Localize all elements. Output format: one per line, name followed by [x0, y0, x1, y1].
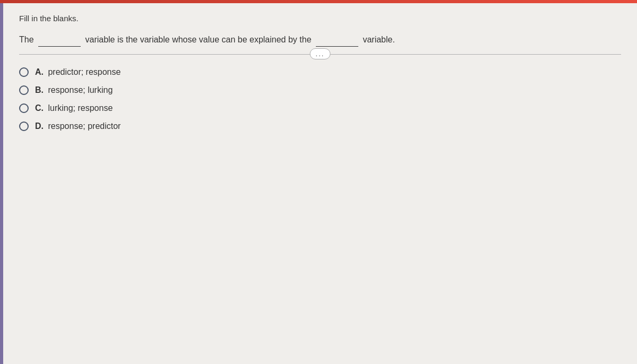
option-a[interactable]: A. predictor; response	[19, 67, 621, 77]
options-list: A. predictor; response B. response; lurk…	[19, 67, 621, 131]
option-c-letter: C.	[35, 103, 44, 112]
question-part1: The	[19, 35, 34, 44]
option-d-text: response; predictor	[48, 122, 120, 131]
question-part2: variable is the variable whose value can…	[85, 35, 311, 44]
option-c[interactable]: C. lurking; response	[19, 103, 621, 113]
option-d[interactable]: D. response; predictor	[19, 122, 621, 131]
more-button[interactable]: ...	[310, 48, 331, 59]
option-a-letter: A.	[35, 67, 44, 76]
radio-c[interactable]	[19, 103, 29, 113]
divider: ...	[19, 54, 621, 55]
option-b-label: B. response; lurking	[35, 85, 113, 95]
option-a-text: predictor; response	[48, 67, 120, 76]
option-b-text: response; lurking	[48, 85, 113, 94]
option-b-letter: B.	[35, 85, 44, 94]
option-c-text: lurking; response	[48, 103, 113, 112]
option-b[interactable]: B. response; lurking	[19, 85, 621, 95]
option-c-label: C. lurking; response	[35, 103, 113, 113]
option-a-label: A. predictor; response	[35, 67, 120, 77]
question-part3: variable.	[363, 35, 394, 44]
option-d-letter: D.	[35, 122, 44, 131]
instruction-text: Fill in the blanks.	[19, 14, 621, 23]
blank1	[38, 32, 81, 47]
radio-a[interactable]	[19, 67, 29, 77]
blank2	[316, 32, 358, 47]
radio-b[interactable]	[19, 85, 29, 95]
question-text: The variable is the variable whose value…	[19, 32, 621, 47]
radio-d[interactable]	[19, 122, 29, 131]
main-content: Fill in the blanks. The variable is the …	[3, 3, 637, 364]
option-d-label: D. response; predictor	[35, 122, 120, 131]
